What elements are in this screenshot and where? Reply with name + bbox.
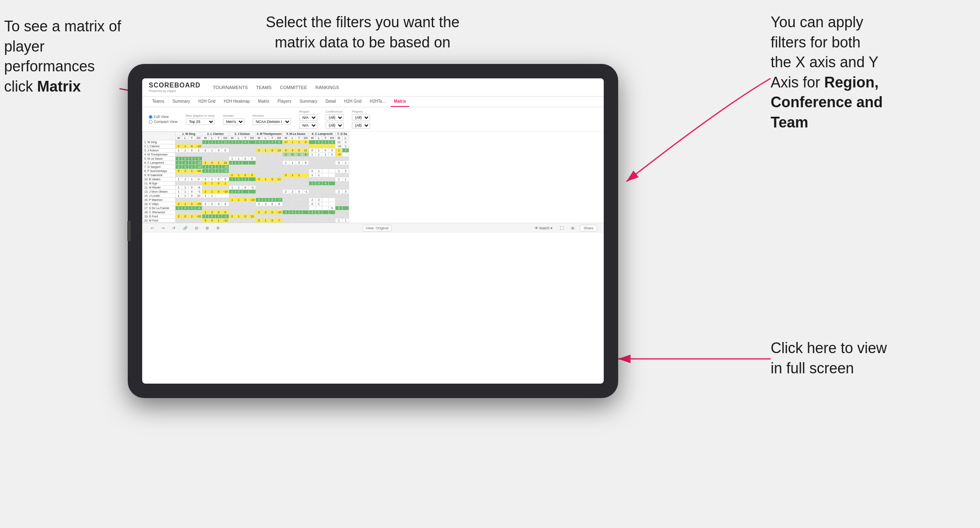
view-badge: View: Original bbox=[363, 225, 391, 231]
radio-full-view[interactable]: Full View bbox=[149, 115, 178, 119]
cell-5-4: 2 bbox=[202, 161, 209, 165]
cell-16-1: 0 bbox=[182, 206, 189, 210]
region-select2[interactable]: N/A bbox=[299, 122, 317, 129]
cell-17-20: 4 bbox=[309, 210, 316, 214]
col-l-clanton: 2. L Clanton bbox=[202, 132, 229, 136]
cell-7-17 bbox=[289, 169, 296, 173]
cell-14-18 bbox=[296, 198, 302, 202]
watch-btn[interactable]: 👁 Watch ▾ bbox=[532, 225, 555, 231]
cell-0-3 bbox=[195, 140, 202, 144]
nav-teams[interactable]: TEAMS bbox=[256, 85, 272, 90]
cell-14-4 bbox=[202, 198, 209, 202]
conference-select[interactable]: (All) bbox=[326, 114, 344, 121]
players-select2[interactable]: (All) bbox=[352, 122, 370, 129]
expand-btn[interactable]: ⊞ bbox=[569, 225, 577, 231]
cell-1-20 bbox=[309, 144, 316, 148]
cell-0-24: 13 bbox=[335, 140, 342, 144]
cell-6-20 bbox=[309, 165, 316, 169]
cell-14-12: 4 bbox=[256, 198, 262, 202]
fullscreen-btn[interactable]: ⛶ bbox=[558, 225, 566, 231]
cell-13-5: 1 bbox=[209, 194, 215, 198]
cell-18-20 bbox=[309, 214, 316, 219]
cell-17-24 bbox=[335, 210, 342, 214]
cell-10-22: 4 bbox=[322, 182, 329, 186]
cell-19-24: 1 bbox=[335, 219, 342, 223]
app-title: SCOREBOARD bbox=[149, 82, 201, 89]
cell-4-3: 6 bbox=[195, 157, 202, 161]
cell-14-15: −7 bbox=[276, 198, 283, 202]
cell-8-17: 1 bbox=[289, 173, 296, 177]
cell-16-15 bbox=[276, 206, 283, 210]
division-select[interactable]: NCAA Division I bbox=[253, 118, 291, 125]
cell-5-7: 24 bbox=[222, 161, 229, 165]
cell-15-22 bbox=[322, 202, 329, 206]
cell-9-25: 1 bbox=[342, 177, 349, 182]
tab-players[interactable]: Players bbox=[274, 97, 295, 107]
cell-11-2: 0 bbox=[189, 186, 195, 190]
undo-btn[interactable]: ↩ bbox=[149, 225, 156, 231]
nav-tournaments[interactable]: TOURNAMENTS bbox=[213, 85, 248, 90]
matrix-container[interactable]: 1. W Ding 2. L Clanton 3. J Koivun 4. M … bbox=[142, 132, 604, 223]
tab-summary2[interactable]: Summary bbox=[296, 97, 321, 107]
cell-7-24: 1 bbox=[335, 169, 342, 173]
settings-btn[interactable]: ⚙ bbox=[214, 225, 222, 231]
zoom-out-btn[interactable]: ⊟ bbox=[193, 225, 200, 231]
cell-12-2: 0 bbox=[189, 190, 195, 194]
nav-committee[interactable]: COMMITTEE bbox=[280, 85, 307, 90]
tab-detail[interactable]: Detail bbox=[322, 97, 340, 107]
redo-btn[interactable]: ↪ bbox=[159, 225, 167, 231]
tab-matrix-active[interactable]: Matrix bbox=[391, 97, 409, 107]
tab-matrix[interactable]: Matrix bbox=[255, 97, 272, 107]
cell-19-14: 0 bbox=[269, 219, 276, 223]
col-w-ding: 1. W Ding bbox=[176, 132, 202, 136]
player-name-1: 2. L Clanton bbox=[143, 144, 176, 148]
cell-0-10: 0 bbox=[242, 140, 249, 144]
radio-compact-view[interactable]: Compact View bbox=[149, 120, 178, 124]
cell-4-19 bbox=[302, 157, 309, 161]
cell-2-24: 1 bbox=[335, 148, 342, 153]
refresh-btn[interactable]: ↺ bbox=[170, 225, 178, 231]
sub-dif4: Dif bbox=[276, 136, 283, 140]
app-toolbar: ↩ ↪ ↺ 🔗 ⊟ ⊞ ⚙ View: Original 👁 Watch ▾ ⛶… bbox=[142, 223, 604, 233]
region-select[interactable]: N/A bbox=[299, 114, 317, 121]
cell-10-18 bbox=[296, 182, 302, 186]
cell-11-20 bbox=[309, 186, 316, 190]
cell-17-10 bbox=[242, 210, 249, 214]
cell-5-3: −16 bbox=[195, 161, 202, 165]
cell-16-6 bbox=[215, 206, 222, 210]
tab-h2h-heatmap[interactable]: H2H Heatmap bbox=[220, 97, 253, 107]
nav-rankings[interactable]: RANKINGS bbox=[315, 85, 339, 90]
link-btn[interactable]: 🔗 bbox=[181, 225, 190, 231]
tab-h2h-grid2[interactable]: H2H Grid bbox=[341, 97, 365, 107]
cell-0-12: −2 bbox=[256, 140, 262, 144]
cell-6-5: 0 bbox=[209, 165, 215, 169]
tab-teams[interactable]: Teams bbox=[149, 97, 167, 107]
tab-summary[interactable]: Summary bbox=[169, 97, 193, 107]
cell-18-1: 0 bbox=[182, 214, 189, 219]
cell-12-16: 2 bbox=[283, 190, 289, 194]
cell-3-5 bbox=[209, 153, 215, 157]
gender-select[interactable]: Men's bbox=[223, 118, 244, 125]
tab-h2hte[interactable]: H2HTe... bbox=[366, 97, 389, 107]
tablet-screen: SCOREBOARD Powered by clippd TOURNAMENTS… bbox=[142, 78, 604, 384]
tab-h2h-grid[interactable]: H2H Grid bbox=[195, 97, 219, 107]
cell-12-14 bbox=[269, 190, 276, 194]
cell-6-2: 2 bbox=[189, 165, 195, 169]
cell-1-8 bbox=[229, 144, 235, 148]
player-name-18: 19. D Ford bbox=[143, 214, 176, 219]
max-players-select[interactable]: Top 25 bbox=[186, 118, 215, 125]
share-btn[interactable]: Share bbox=[580, 225, 597, 231]
zoom-in-btn[interactable]: ⊞ bbox=[204, 225, 211, 231]
player-name-4: 5. M La Sasso bbox=[143, 157, 176, 161]
cell-9-24: 1 bbox=[335, 177, 342, 182]
players-select[interactable]: (All) bbox=[352, 114, 370, 121]
conference-select2[interactable]: (All) bbox=[326, 122, 344, 129]
cell-6-8 bbox=[229, 165, 235, 169]
filter-max-players: Max players in view Top 25 bbox=[186, 114, 215, 125]
cell-0-17: 1 bbox=[289, 140, 296, 144]
cell-18-3: −20 bbox=[195, 214, 202, 219]
player-name-2: 3. J Koivun bbox=[143, 148, 176, 153]
cell-18-15 bbox=[276, 214, 283, 219]
cell-15-23 bbox=[329, 202, 335, 206]
cell-5-25: 1 bbox=[342, 161, 349, 165]
